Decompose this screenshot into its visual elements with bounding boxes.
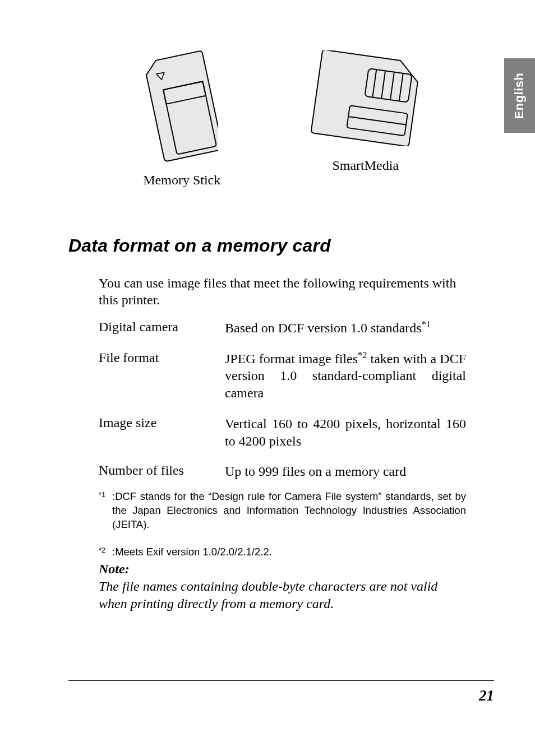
spec-label: File format — [99, 350, 225, 365]
footnote-text: :Meets Exif version 1.0/2.0/2.1/2.2. — [112, 546, 272, 558]
figure-smartmedia: SmartMedia — [310, 50, 422, 173]
footnote-mark: *1 — [99, 490, 105, 500]
spec-label: Number of files — [99, 463, 225, 478]
spec-label: Digital camera — [99, 319, 225, 335]
page-number: 21 — [479, 687, 494, 704]
footer-rule — [68, 680, 494, 681]
smartmedia-caption: SmartMedia — [332, 158, 399, 173]
section-heading: Data format on a memory card — [68, 235, 331, 256]
spec-value: Up to 999 files on a memory card — [225, 463, 466, 480]
language-tab-label: English — [513, 72, 527, 119]
figures-row: Memory Stick — [99, 50, 466, 196]
spec-row-image-size: Image size Vertical 160 to 4200 pixels, … — [99, 415, 466, 449]
figure-memory-stick: Memory Stick — [143, 50, 220, 188]
footnote-2: *2 :Meets Exif version 1.0/2.0/2.1/2.2. — [99, 545, 466, 559]
spec-value: JPEG format image files*2 taken with a D… — [225, 350, 466, 402]
superscript-ref: *1 — [422, 319, 431, 330]
spec-value: Vertical 160 to 4200 pixels, horizontal … — [225, 415, 466, 449]
page: English Memory Stick — [0, 0, 535, 756]
spec-table: Digital camera Based on DCF version 1.0 … — [99, 319, 466, 494]
spec-row-number-of-files: Number of files Up to 999 files on a mem… — [99, 463, 466, 480]
language-tab: English — [504, 58, 535, 133]
smartmedia-icon — [310, 50, 422, 148]
superscript-ref: *2 — [358, 350, 367, 360]
spec-value: Based on DCF version 1.0 standards*1 — [225, 319, 466, 337]
intro-paragraph: You can use image files that meet the fo… — [99, 275, 466, 308]
spec-value-text: JPEG format image files — [225, 351, 358, 366]
note-text: The file names containing double-byte ch… — [99, 579, 437, 611]
note-label: Note: — [99, 560, 466, 578]
svg-rect-2 — [365, 68, 412, 102]
footnote-mark: *2 — [99, 545, 105, 555]
memory-stick-icon — [145, 50, 218, 163]
footnote-text: :DCF stands for the “Design rule for Cam… — [112, 490, 466, 530]
spec-row-digital-camera: Digital camera Based on DCF version 1.0 … — [99, 319, 466, 337]
footnote-1: *1 :DCF stands for the “Design rule for … — [99, 490, 466, 532]
note-block: Note: The file names containing double-b… — [99, 560, 466, 613]
memory-stick-caption: Memory Stick — [143, 173, 220, 188]
spec-row-file-format: File format JPEG format image files*2 ta… — [99, 350, 466, 402]
spec-value-text: Based on DCF version 1.0 standards — [225, 321, 422, 335]
spec-label: Image size — [99, 415, 225, 430]
